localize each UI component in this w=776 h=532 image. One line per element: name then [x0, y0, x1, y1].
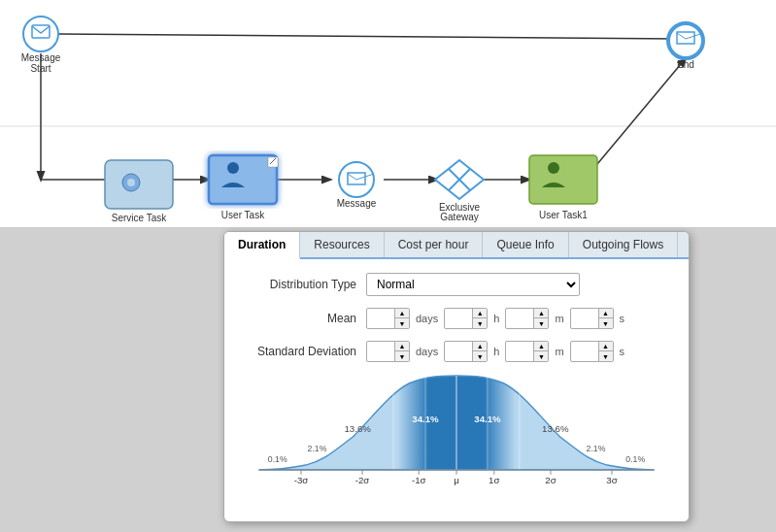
mean-label: Mean [240, 312, 356, 325]
std-inputs: 0 ▲ ▼ days 0 ▲ ▼ h 0 [366, 341, 626, 362]
pct-01-right: 0.1% [625, 454, 645, 464]
pct-136-left: 13.6% [344, 423, 371, 434]
svg-point-9 [23, 17, 58, 51]
service-task-label: Service Task [112, 213, 168, 223]
x-label-2s-neg: -2σ [355, 475, 370, 485]
std-days-up[interactable]: ▲ [395, 342, 409, 351]
x-label-2s-pos: 2σ [545, 475, 556, 485]
std-h-down[interactable]: ▼ [473, 351, 487, 361]
user-task1-label: User Task1 [539, 210, 588, 220]
svg-line-8 [58, 34, 678, 39]
canvas-area: Message Start Service Task User Task Mes… [0, 0, 776, 228]
std-h-up[interactable]: ▲ [473, 342, 487, 351]
mean-row: Mean 0 ▲ ▼ days 0 ▲ ▼ h [240, 308, 673, 329]
message-start-label2: Start [30, 63, 51, 74]
std-s-spinner[interactable]: 3 ▲ ▼ [570, 341, 614, 362]
tab-resources[interactable]: Resources [300, 232, 384, 257]
std-m-down[interactable]: ▼ [534, 351, 548, 361]
h-unit: h [493, 313, 499, 324]
mean-days-input[interactable]: 0 [367, 311, 394, 326]
tab-duration[interactable]: Duration [224, 232, 300, 259]
svg-rect-14 [209, 155, 277, 204]
mean-h-input[interactable]: 0 [445, 311, 472, 326]
svg-line-7 [592, 58, 686, 170]
message-label: Message [337, 198, 377, 209]
std-m-btns: ▲ ▼ [533, 342, 548, 361]
gateway-label2: Gateway [440, 212, 478, 222]
bell-curve-chart: 0.1% 2.1% 13.6% 34.1% 34.1% 13.6% 2.1% 0… [240, 374, 673, 500]
x-label-3s-neg: -3σ [294, 475, 309, 485]
tabs-bar: Duration Resources Cost per hour Queue I… [224, 232, 689, 259]
tab-queue-info[interactable]: Queue Info [483, 232, 568, 257]
mean-days-spinner[interactable]: 0 ▲ ▼ [366, 308, 410, 329]
mean-h-btns: ▲ ▼ [472, 309, 487, 328]
mean-m-input[interactable]: 0 [506, 311, 533, 326]
distribution-type-select[interactable]: Normal Uniform Exponential Fixed [366, 273, 580, 296]
std-m-up[interactable]: ▲ [534, 342, 548, 351]
std-days-down[interactable]: ▼ [395, 351, 409, 361]
pct-21-left: 2.1% [308, 444, 327, 453]
m-unit: m [555, 313, 563, 324]
process-canvas[interactable]: Message Start Service Task User Task Mes… [0, 0, 776, 228]
mean-days-up[interactable]: ▲ [395, 309, 409, 318]
properties-panel: Duration Resources Cost per hour Queue I… [223, 231, 690, 522]
pct-136-right: 13.6% [542, 423, 569, 434]
pct-21-right: 2.1% [587, 444, 606, 453]
std-days-spinner[interactable]: 0 ▲ ▼ [366, 341, 410, 362]
std-days-unit: days [416, 346, 438, 357]
mean-h-down[interactable]: ▼ [473, 318, 487, 328]
mean-s-down[interactable]: ▼ [599, 318, 613, 328]
std-s-btns: ▲ ▼ [598, 342, 613, 361]
std-dev-label: Standard Deviation [240, 345, 356, 358]
mean-h-spinner[interactable]: 0 ▲ ▼ [444, 308, 488, 329]
svg-point-15 [227, 162, 239, 174]
std-s-up[interactable]: ▲ [599, 342, 613, 351]
mean-s-input[interactable]: 30 [571, 311, 598, 326]
days-unit: days [416, 313, 438, 324]
std-s-input[interactable]: 3 [571, 344, 598, 359]
std-m-unit: m [555, 346, 563, 357]
svg-point-13 [127, 179, 135, 186]
svg-point-24 [548, 162, 559, 174]
svg-point-25 [668, 23, 703, 58]
std-s-unit: s [620, 346, 625, 357]
x-label-mu: μ [454, 475, 459, 485]
mean-m-up[interactable]: ▲ [534, 309, 548, 318]
std-m-input[interactable]: 0 [506, 344, 533, 359]
x-label-1s-pos: 1σ [489, 475, 499, 485]
distribution-type-label: Distribution Type [240, 278, 356, 291]
mean-days-down[interactable]: ▼ [395, 318, 409, 328]
tab-outgoing-flows[interactable]: Outgoing Flows [569, 232, 678, 257]
duration-content: Distribution Type Normal Uniform Exponen… [224, 259, 689, 514]
std-dev-row: Standard Deviation 0 ▲ ▼ days 0 ▲ ▼ [240, 341, 673, 362]
distribution-type-row: Distribution Type Normal Uniform Exponen… [240, 273, 673, 296]
end-label: End [677, 59, 694, 70]
std-s-down[interactable]: ▼ [599, 351, 613, 361]
svg-rect-16 [268, 157, 278, 167]
message-start-label: Message [21, 52, 61, 63]
std-days-btns: ▲ ▼ [394, 342, 409, 361]
pct-341-right: 34.1% [474, 414, 501, 424]
std-h-unit: h [493, 346, 499, 357]
svg-rect-23 [529, 155, 597, 204]
mean-m-down[interactable]: ▼ [534, 318, 548, 328]
user-task-label: User Task [221, 210, 265, 220]
x-label-1s-neg: -1σ [412, 475, 426, 485]
std-h-btns: ▲ ▼ [472, 342, 487, 361]
tab-cost-per-hour[interactable]: Cost per hour [385, 232, 484, 257]
std-h-input[interactable]: 0 [445, 344, 472, 359]
mean-m-btns: ▲ ▼ [533, 309, 548, 328]
mean-s-spinner[interactable]: 30 ▲ ▼ [570, 308, 614, 329]
s-unit-mean: s [620, 313, 625, 324]
mean-h-up[interactable]: ▲ [473, 309, 487, 318]
std-m-spinner[interactable]: 0 ▲ ▼ [505, 341, 549, 362]
std-days-input[interactable]: 0 [367, 344, 394, 359]
mean-inputs: 0 ▲ ▼ days 0 ▲ ▼ h 0 [366, 308, 626, 329]
mean-s-up[interactable]: ▲ [599, 309, 613, 318]
mean-s-btns: ▲ ▼ [598, 309, 613, 328]
std-h-spinner[interactable]: 0 ▲ ▼ [444, 341, 488, 362]
bell-curve-svg: 0.1% 2.1% 13.6% 34.1% 34.1% 13.6% 2.1% 0… [240, 374, 673, 500]
pct-01-left: 0.1% [268, 454, 287, 464]
mean-m-spinner[interactable]: 0 ▲ ▼ [505, 308, 549, 329]
mean-days-btns: ▲ ▼ [394, 309, 409, 328]
